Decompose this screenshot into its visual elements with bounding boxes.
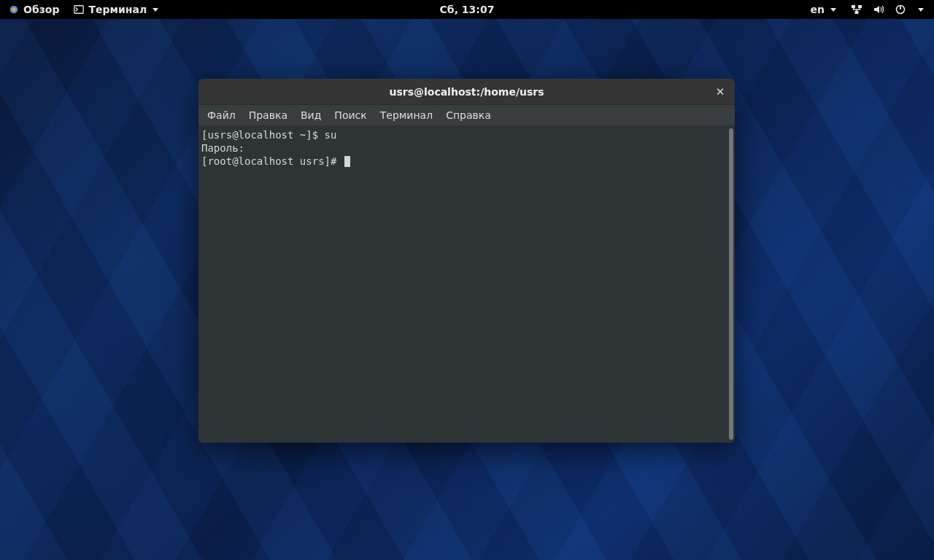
menu-help[interactable]: Справка [444, 108, 493, 122]
menu-search[interactable]: Поиск [333, 108, 368, 122]
window-titlebar[interactable]: usrs@localhost:/home/usrs ✕ [198, 79, 735, 105]
prompt-root: [root@localhost usrs]# [201, 155, 343, 167]
volume-icon[interactable] [873, 4, 884, 15]
close-icon: ✕ [716, 85, 725, 98]
menubar: Файл Правка Вид Поиск Терминал Справка [198, 105, 735, 125]
activities-label: Обзор [23, 4, 59, 15]
activities-button[interactable]: Обзор [4, 4, 63, 15]
window-title: usrs@localhost:/home/usrs [389, 86, 544, 98]
activities-icon [9, 4, 19, 15]
input-language-label: en [811, 4, 825, 15]
svg-rect-2 [74, 6, 83, 14]
svg-point-1 [12, 7, 15, 11]
chevron-down-icon [153, 8, 158, 12]
clock-label: Сб, 13:07 [440, 4, 495, 15]
chevron-down-icon [830, 8, 836, 12]
chevron-down-icon [918, 8, 924, 12]
menu-file[interactable]: Файл [206, 108, 237, 122]
command-text: su [325, 129, 337, 141]
terminal-content[interactable]: [usrs@localhost ~]$ su Пароль: [root@loc… [198, 125, 735, 443]
top-bar: Обзор Терминал Сб, 13:07 en [0, 0, 934, 19]
network-icon[interactable] [851, 4, 862, 15]
password-prompt: Пароль: [201, 142, 244, 154]
menu-view[interactable]: Вид [299, 108, 323, 122]
terminal-cursor [344, 156, 350, 167]
menu-terminal[interactable]: Терминал [379, 108, 434, 122]
terminal-app-icon [74, 4, 84, 15]
clock-button[interactable]: Сб, 13:07 [436, 4, 499, 15]
app-menu-label: Терминал [88, 4, 147, 15]
input-language-button[interactable]: en [806, 4, 841, 15]
terminal-window: usrs@localhost:/home/usrs ✕ Файл Правка … [198, 79, 735, 443]
app-menu-button[interactable]: Терминал [69, 4, 163, 15]
prompt-user: [usrs@localhost ~]$ [201, 129, 325, 141]
svg-rect-3 [852, 5, 855, 8]
svg-rect-4 [858, 5, 862, 8]
scrollbar[interactable] [729, 128, 733, 440]
close-button[interactable]: ✕ [713, 85, 727, 99]
power-icon[interactable] [895, 4, 906, 15]
menu-edit[interactable]: Правка [247, 108, 289, 122]
svg-rect-5 [855, 11, 859, 14]
